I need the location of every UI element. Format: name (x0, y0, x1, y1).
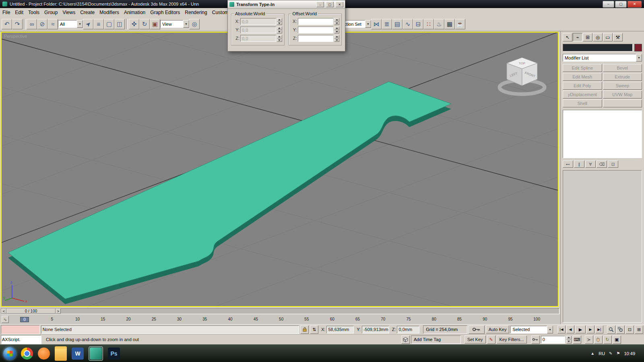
time-slider-track[interactable] (61, 309, 559, 314)
undo-button[interactable]: ↶ (2, 19, 12, 29)
window-crossing-toggle-button[interactable]: ◫ (114, 19, 125, 29)
start-button[interactable] (3, 347, 16, 360)
tab-utilities[interactable]: ⚒ (613, 33, 623, 41)
mirror-button[interactable]: ⋈ (371, 19, 382, 29)
mini-curve-editor-toggle[interactable]: ∿ (2, 316, 9, 323)
offset-y-field[interactable] (298, 27, 334, 33)
play-animation-button[interactable]: ▶ (575, 325, 586, 333)
select-object-button[interactable]: ➤ (83, 19, 93, 29)
y-coord-field[interactable]: -509,913mm (362, 326, 389, 333)
menu-tools[interactable]: Tools (26, 10, 42, 15)
modifier-button-sweep[interactable]: Sweep (603, 82, 642, 90)
spinner-down-button[interactable] (334, 22, 339, 25)
material-editor-button[interactable]: ∷ (423, 19, 434, 29)
spinner-up-button[interactable] (334, 35, 339, 39)
menu-animation[interactable]: Animation (122, 10, 148, 15)
modifier-button-displacement[interactable]: yDisplacement (563, 90, 602, 99)
use-pivot-point-center-button[interactable]: ◎ (189, 19, 200, 29)
key-mode-toggle-button[interactable] (531, 335, 540, 344)
maxscript-mini-listener[interactable]: AXScript. (1, 335, 41, 344)
spinner-down-button[interactable] (566, 339, 572, 343)
z-coord-field[interactable]: 0,0mm (397, 326, 419, 333)
menu-create[interactable]: Create (78, 10, 97, 15)
spinner-down-button[interactable] (277, 39, 282, 42)
taskbar-explorer-icon[interactable] (55, 346, 67, 361)
tray-pen-icon[interactable]: ✎ (609, 351, 612, 356)
selection-filter-dropdown[interactable]: All ▼ (58, 20, 83, 28)
walk-through-button[interactable]: ≻ (585, 335, 593, 344)
current-frame-field[interactable]: 0 (541, 336, 565, 343)
modifier-button-uvw-map[interactable]: UVW Map (603, 90, 642, 99)
modifier-button-bevel[interactable]: Bevel (603, 64, 642, 72)
menu-graph-editors[interactable]: Graph Editors (148, 10, 182, 15)
curve-editor-button[interactable]: ∿ (402, 19, 413, 29)
modifier-button-edit-spline[interactable]: Edit Spline (563, 64, 602, 72)
redo-button[interactable]: ↷ (12, 19, 23, 29)
pan-view-button[interactable] (594, 335, 603, 344)
zoom-region-button[interactable]: ⊞ (635, 325, 643, 334)
go-to-end-button[interactable]: ▶| (595, 325, 603, 333)
spinner-up-button[interactable] (277, 35, 282, 39)
taskbar-3dsmax-active-item[interactable] (89, 346, 103, 361)
hidden-icons-chevron[interactable]: ▲ (590, 351, 594, 356)
modifier-stack-list[interactable] (563, 110, 642, 158)
set-keys-button[interactable] (469, 325, 485, 334)
modifier-button-extrude[interactable]: Extrude (603, 73, 642, 81)
select-and-link-button[interactable]: ∞ (27, 19, 37, 29)
time-slider-handle[interactable]: 0 / 100 (6, 309, 56, 314)
offset-z-field[interactable] (298, 35, 334, 42)
viewcube[interactable]: TOP LEFT FRONT (497, 53, 547, 99)
rectangular-selection-region-button[interactable]: ▢ (104, 19, 114, 29)
add-time-tag[interactable]: Add Time Tag (411, 335, 461, 344)
menu-edit[interactable]: Edit (12, 10, 26, 15)
abs-y-field[interactable]: 0,0 (240, 27, 276, 33)
menu-views[interactable]: Views (60, 10, 78, 15)
spinner-up-button[interactable] (334, 27, 339, 30)
menu-group[interactable]: Group (42, 10, 60, 15)
taskbar-app-orange-icon[interactable] (38, 348, 50, 360)
object-name-field[interactable] (563, 44, 633, 51)
time-tag-cube-button[interactable] (401, 335, 410, 344)
spinner-down-button[interactable] (334, 39, 339, 42)
remove-modifier-button[interactable]: ⌫ (597, 160, 607, 168)
object-color-swatch[interactable] (634, 44, 642, 51)
absolute-offset-mode-toggle[interactable]: ⇅ (310, 325, 318, 334)
language-indicator[interactable]: RU (599, 351, 605, 356)
spinner-down-button[interactable] (277, 30, 282, 34)
menu-rendering[interactable]: Rendering (182, 10, 209, 15)
maximize-viewport-toggle[interactable]: ▣ (613, 335, 621, 344)
dialog-close-button[interactable]: ✕ (336, 2, 343, 7)
dropdown-arrow-icon[interactable]: ▼ (547, 326, 553, 333)
tab-display[interactable]: ▭ (603, 33, 613, 41)
window-maximize-button[interactable]: ▢ (615, 1, 627, 8)
window-close-button[interactable]: ✕ (627, 1, 642, 8)
configure-modifier-sets-button[interactable]: ⊡ (608, 160, 618, 168)
zoom-button[interactable] (607, 325, 615, 334)
bind-to-space-warp-button[interactable]: ≈ (47, 19, 58, 29)
spinner-up-button[interactable] (566, 336, 572, 340)
track-bar[interactable]: ∿ 0 5 10 15 20 25 30 35 40 45 50 55 60 6… (0, 315, 560, 325)
unlink-selection-button[interactable]: ⊘ (37, 19, 47, 29)
arc-rotate-button[interactable]: ↻ (603, 335, 612, 344)
time-slider-next-button[interactable]: > (56, 309, 61, 314)
dropdown-arrow-icon[interactable]: ▼ (183, 20, 189, 28)
key-filters-button[interactable]: Key Filters... (497, 335, 527, 343)
reference-coordinate-system-dropdown[interactable]: View ▼ (160, 20, 189, 28)
menu-modifiers[interactable]: Modifiers (97, 10, 122, 15)
select-and-rotate-button[interactable]: ↻ (139, 19, 150, 29)
zoom-extents-button[interactable]: ⊡ (625, 325, 634, 334)
window-minimize-button[interactable]: – (603, 1, 614, 8)
tab-create[interactable]: ↖ (563, 33, 572, 41)
perspective-viewport[interactable]: Perspective TOP LEFT FRONT z x y (1, 32, 559, 307)
offset-x-field[interactable] (298, 18, 334, 25)
modifier-button-edit-poly[interactable]: Edit Poly (563, 82, 602, 90)
spinner-down-button[interactable] (277, 22, 282, 25)
modifier-button-shell[interactable]: Shell (563, 99, 602, 107)
keyboard-shortcut-override-toggle[interactable]: ⌨ (573, 335, 581, 344)
schematic-view-button[interactable]: ⊟ (413, 19, 423, 29)
selection-lock-toggle[interactable] (300, 325, 309, 334)
layer-manager-button[interactable]: ▤ (392, 19, 402, 29)
modifier-list-dropdown[interactable]: Modifier List ▼ (563, 54, 642, 62)
make-unique-button[interactable]: ∀ (585, 160, 596, 168)
menu-file[interactable]: File (0, 10, 12, 15)
